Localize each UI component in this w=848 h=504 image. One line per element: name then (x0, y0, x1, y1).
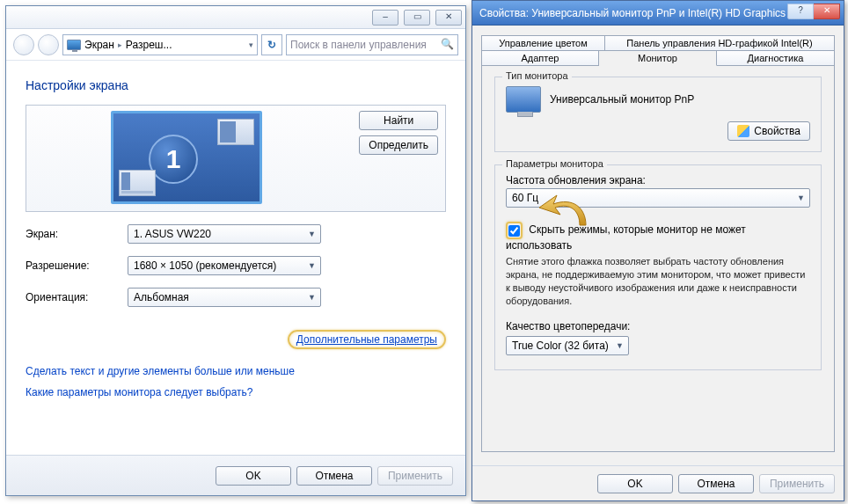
properties-button-label: Свойства (754, 125, 800, 137)
tab-monitor[interactable]: Монитор (599, 50, 717, 66)
address-bar[interactable]: Экран ▸ Разреш... ▾ (62, 34, 258, 55)
hide-modes-label: Скрыть режимы, которые монитор не может … (506, 223, 746, 252)
tab-color-management[interactable]: Управление цветом (481, 35, 604, 50)
address-row: Экран ▸ Разреш... ▾ ↻ Поиск в панели упр… (6, 29, 465, 61)
page-title: Настройки экрана (26, 78, 446, 92)
cancel-button[interactable]: Отмена (296, 466, 372, 486)
cancel-button[interactable]: Отмена (678, 474, 754, 493)
apply-button[interactable]: Применить (377, 466, 453, 486)
color-quality-select[interactable]: True Color (32 бита) ▼ (506, 336, 629, 355)
search-input[interactable]: Поиск в панели управления 🔍 (286, 34, 458, 55)
orientation-select[interactable]: Альбомная ▼ (128, 288, 321, 307)
monitor-arrangement-box: 1 Найти Определить (26, 105, 446, 212)
search-placeholder: Поиск в панели управления (290, 39, 427, 51)
group-legend: Тип монитора (502, 70, 572, 81)
tab-diagnostics[interactable]: Диагностика (717, 50, 835, 66)
chevron-down-icon: ▼ (616, 341, 624, 350)
screen-label: Экран: (26, 228, 128, 240)
titlebar: – ▭ ✕ (6, 6, 465, 29)
help-button[interactable]: ? (787, 4, 814, 19)
back-button[interactable] (13, 34, 34, 55)
dialog-footer: OK Отмена Применить (472, 465, 844, 500)
resolution-value: 1680 × 1050 (рекомендуется) (134, 259, 276, 272)
tab-panel-monitor: Тип монитора Универсальный монитор PnP С… (481, 65, 835, 452)
content-area: Настройки экрана 1 Найти Определить Экра… (6, 61, 465, 407)
chevron-right-icon: ▸ (118, 40, 122, 49)
tab-intel-graphics[interactable]: Панель управления HD-графикой Intel(R) (604, 35, 835, 50)
tab-adapter[interactable]: Адаптер (481, 50, 599, 66)
thumbnail-icon (119, 170, 156, 196)
monitor-number-badge: 1 (149, 135, 198, 184)
ok-button[interactable]: OK (597, 474, 673, 493)
monitor-preview[interactable]: 1 (111, 111, 262, 204)
text-size-link[interactable]: Сделать текст и другие элементы больше и… (26, 365, 295, 377)
monitor-properties-window: Свойства: Универсальный монитор PnP и In… (472, 0, 844, 501)
breadcrumb-item[interactable]: Разреш... (126, 39, 172, 51)
close-button[interactable]: ✕ (814, 4, 840, 19)
ok-button[interactable]: OK (216, 466, 291, 486)
titlebar: Свойства: Универсальный монитор PnP и In… (472, 1, 844, 26)
tab-strip: Управление цветом Панель управления HD-г… (472, 26, 844, 452)
display-settings-window: – ▭ ✕ Экран ▸ Разреш... ▾ ↻ Поиск в пане… (5, 5, 466, 496)
window-title: Свойства: Универсальный монитор PnP и In… (479, 7, 803, 19)
monitor-type-group: Тип монитора Универсальный монитор PnP С… (494, 77, 822, 152)
apply-button[interactable]: Применить (759, 474, 835, 493)
breadcrumb-item[interactable]: Экран (84, 39, 114, 51)
screen-value: 1. ASUS VW220 (134, 228, 211, 240)
thumbnail-icon (217, 119, 254, 145)
refresh-rate-value: 60 Гц (512, 192, 538, 204)
color-quality-label: Качество цветопередачи: (506, 320, 810, 332)
orientation-value: Альбомная (134, 291, 189, 303)
chevron-down-icon: ▼ (308, 293, 316, 302)
maximize-button[interactable]: ▭ (404, 10, 430, 26)
refresh-rate-label: Частота обновления экрана: (506, 174, 810, 186)
chevron-down-icon: ▼ (308, 261, 316, 270)
close-button[interactable]: ✕ (435, 10, 462, 26)
chevron-down-icon: ▼ (308, 230, 316, 238)
find-button[interactable]: Найти (359, 111, 438, 130)
hide-modes-checkbox[interactable] (508, 225, 520, 237)
screen-select[interactable]: 1. ASUS VW220 ▼ (128, 224, 321, 244)
refresh-rate-select[interactable]: 60 Гц ▼ (506, 188, 810, 208)
detect-button[interactable]: Определить (359, 135, 438, 155)
hide-modes-help: Снятие этого флажка позволяет выбрать ча… (506, 255, 810, 307)
advanced-settings-link[interactable]: Дополнительные параметры (296, 333, 437, 346)
group-legend: Параметры монитора (502, 158, 607, 169)
minimize-button[interactable]: – (372, 10, 398, 26)
search-icon: 🔍 (441, 38, 454, 50)
chevron-down-icon: ▼ (797, 194, 805, 202)
properties-button[interactable]: Свойства (727, 121, 810, 141)
orientation-label: Ориентация: (26, 291, 128, 303)
resolution-select[interactable]: 1680 × 1050 (рекомендуется) ▼ (128, 256, 321, 275)
monitor-params-group: Параметры монитора Частота обновления эк… (494, 164, 822, 370)
highlight-ring: Дополнительные параметры (288, 330, 446, 349)
monitor-name: Универсальный монитор PnP (550, 93, 694, 106)
forward-button[interactable] (38, 34, 59, 55)
dialog-footer: OK Отмена Применить (6, 455, 465, 495)
highlight-ring (506, 222, 523, 239)
monitor-icon (506, 86, 541, 113)
color-quality-value: True Color (32 бита) (512, 340, 609, 352)
monitor-icon (67, 40, 81, 50)
resolution-label: Разрешение: (26, 259, 128, 272)
refresh-button[interactable]: ↻ (261, 34, 282, 55)
chevron-down-icon[interactable]: ▾ (249, 40, 253, 49)
which-settings-link[interactable]: Какие параметры монитора следует выбрать… (26, 386, 253, 398)
